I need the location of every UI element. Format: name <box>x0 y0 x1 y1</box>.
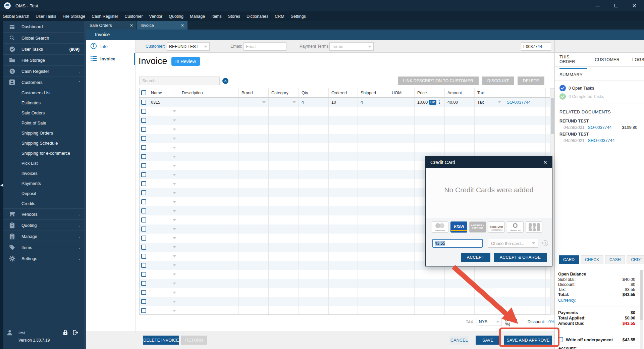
cell-dropdown-caret[interactable] <box>173 138 176 140</box>
cell-dropdown-caret[interactable] <box>173 110 176 112</box>
column-header-tax[interactable]: Tax <box>475 88 504 97</box>
cell-dropdown-caret[interactable] <box>173 183 176 185</box>
table-row-empty[interactable] <box>140 270 550 279</box>
row-checkbox[interactable] <box>141 245 146 250</box>
pay-tab-cash[interactable]: CASH <box>605 255 625 264</box>
row-checkbox[interactable] <box>141 127 146 132</box>
row-checkbox[interactable] <box>141 208 146 213</box>
tab-close-icon[interactable]: ✕ <box>130 23 133 28</box>
menu-manage[interactable]: Manage <box>190 14 205 19</box>
card-brand-american-express-icon[interactable]: AMERICANEXPRESS <box>469 221 486 233</box>
restore-icon[interactable] <box>614 3 618 8</box>
cell-dropdown-caret[interactable] <box>173 228 176 230</box>
table-row-empty[interactable] <box>140 297 550 306</box>
clear-search-icon[interactable]: ✕ <box>222 78 228 84</box>
sidebar-item-settings[interactable]: Settings⌄ <box>3 253 84 264</box>
row-checkbox[interactable] <box>141 254 146 259</box>
table-row-empty[interactable] <box>140 143 550 152</box>
cell-dropdown-caret[interactable] <box>173 264 176 266</box>
menu-quoting[interactable]: Quoting <box>169 14 183 19</box>
sidebar-item-items[interactable]: Items⌄ <box>3 242 84 253</box>
row-checkbox[interactable] <box>141 154 146 159</box>
panel-tab-logs[interactable]: LOGS <box>632 53 644 66</box>
cell-dropdown-caret[interactable] <box>262 101 266 103</box>
row-checkbox[interactable] <box>141 281 146 286</box>
sidebar-item-customers[interactable]: Customers⌃ <box>3 77 84 88</box>
cell-dropdown-caret[interactable] <box>173 283 176 285</box>
panel-scrollbar[interactable] <box>640 270 643 349</box>
sidebar-item-manage[interactable]: Manage⌄ <box>3 231 84 242</box>
card-brand-mastercard-icon[interactable]: mastercard <box>432 221 448 233</box>
minimize-icon[interactable]: — <box>596 3 600 8</box>
card-select-dropdown[interactable]: Chose the card... <box>488 239 538 248</box>
accept-button[interactable]: ACCEPT <box>461 253 490 262</box>
sidebar-item-file-storage[interactable]: File Storage <box>3 54 84 65</box>
card-brand-jcb-icon[interactable]: JCB <box>526 221 542 233</box>
cell-dropdown-caret[interactable] <box>292 101 296 103</box>
cell-dropdown-caret[interactable] <box>173 219 176 221</box>
menu-user-tasks[interactable]: User Tasks <box>36 14 56 19</box>
info-tooltip-icon[interactable]: i <box>542 240 548 246</box>
tab-sale-orders[interactable]: Sale Orders✕ <box>86 21 137 30</box>
cell-dropdown-caret[interactable] <box>173 165 176 167</box>
related-doc-link[interactable]: SO-0037744 <box>588 125 612 130</box>
column-header-brand[interactable]: Brand <box>239 88 269 97</box>
sale-order-link[interactable]: SO-0037744 <box>507 100 531 105</box>
row-checkbox[interactable] <box>141 308 146 313</box>
cell-dropdown-caret[interactable] <box>173 273 176 276</box>
cell-dropdown-caret[interactable] <box>173 301 176 303</box>
row-checkbox[interactable] <box>141 181 146 186</box>
close-icon[interactable]: ✕ <box>632 3 637 9</box>
sidebar-item-global-search[interactable]: Global Search <box>3 32 84 43</box>
amount-input[interactable]: 43.55 <box>432 239 483 248</box>
link-description-button[interactable]: LINK DESCRIPTION TO CUSTOMER <box>398 77 479 85</box>
nav-item-invoice[interactable]: Invoice <box>86 53 135 65</box>
sidebar-item-dashboard[interactable]: Dashboard <box>3 21 84 32</box>
sidebar-item-sale-orders[interactable]: Sale Orders <box>3 108 84 118</box>
menu-global-search[interactable]: Global Search <box>3 14 29 19</box>
cell-dropdown-caret[interactable] <box>173 156 176 158</box>
sidebar-item-quoting[interactable]: ?Quoting⌄ <box>3 219 84 231</box>
menu-cash-register[interactable]: Cash Register <box>92 14 118 19</box>
menu-crm[interactable]: CRM <box>275 14 284 19</box>
row-checkbox[interactable] <box>141 217 146 222</box>
menu-items[interactable]: Items <box>211 14 222 19</box>
row-checkbox[interactable] <box>141 118 146 123</box>
row-checkbox[interactable] <box>141 190 146 195</box>
table-row-empty[interactable] <box>140 279 550 288</box>
table-row-empty[interactable] <box>140 125 550 134</box>
cell-dropdown-caret[interactable] <box>173 147 176 149</box>
menu-file-storage[interactable]: File Storage <box>63 14 85 19</box>
cell-dropdown-caret[interactable] <box>173 192 176 194</box>
table-row-empty[interactable] <box>140 134 550 143</box>
discount-value[interactable]: 0% <box>548 319 554 324</box>
column-header-shipped[interactable]: Shipped <box>358 88 389 97</box>
pay-tab-card[interactable]: CARD <box>559 255 579 264</box>
accept-and-charge-button[interactable]: ACCEPT & CHARGE <box>494 253 547 262</box>
row-checkbox[interactable] <box>141 172 146 177</box>
row-checkbox[interactable] <box>141 290 146 295</box>
column-header-name[interactable]: Name <box>148 88 179 97</box>
column-header-price[interactable]: Price <box>415 88 445 97</box>
search-input[interactable] <box>139 77 220 85</box>
table-row-empty[interactable] <box>140 116 550 125</box>
tab-close-icon[interactable]: ✕ <box>181 23 184 28</box>
cell-dropdown-caret[interactable] <box>173 119 176 121</box>
sidebar-item-credits[interactable]: Credits <box>3 198 84 208</box>
column-header-category[interactable]: Category <box>269 88 299 97</box>
sidebar-collapse-icon[interactable]: ◀ <box>0 183 3 187</box>
sidebar-item-payments[interactable]: Payments <box>3 178 84 188</box>
delete-invoice-button[interactable]: DELETE INVOICE <box>143 336 179 345</box>
row-checkbox[interactable] <box>141 236 146 241</box>
row-checkbox[interactable] <box>141 227 146 232</box>
row-checkbox[interactable] <box>141 163 146 168</box>
row-checkbox[interactable] <box>141 90 146 95</box>
menu-stores[interactable]: Stores <box>228 14 240 19</box>
sidebar-item-deposit[interactable]: Deposit <box>3 188 84 198</box>
cell-dropdown-caret[interactable] <box>173 292 176 294</box>
panel-tab-customer[interactable]: CUSTOMER <box>595 53 620 66</box>
row-checkbox[interactable] <box>141 145 146 150</box>
column-header-description[interactable]: Description <box>179 88 239 97</box>
sidebar-item-vendors[interactable]: Vendors⌄ <box>3 208 84 219</box>
delete-button[interactable]: DELETE <box>518 77 544 85</box>
